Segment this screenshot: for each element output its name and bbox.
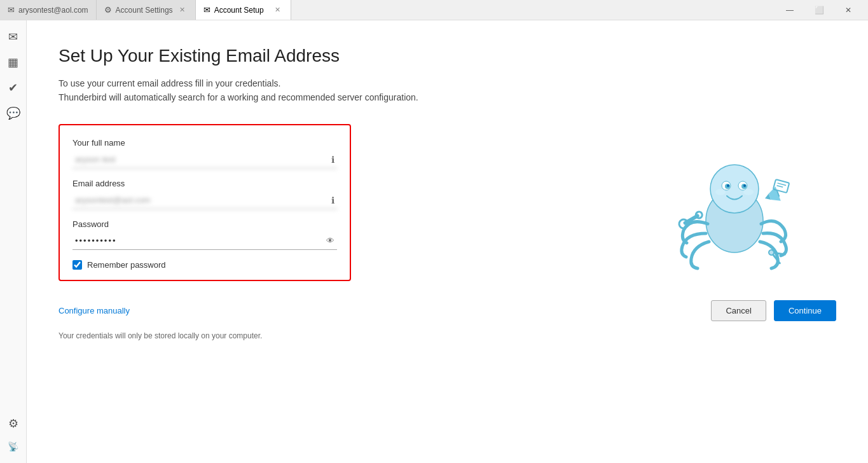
remember-password-checkbox[interactable] xyxy=(72,260,82,270)
app-body: ✉ ▦ ✔ 💬 ⚙ 📡 Set Up Your Existing Email A… xyxy=(0,20,868,463)
page-title: Set Up Your Existing Email Address xyxy=(59,46,836,66)
close-button[interactable]: ✕ xyxy=(834,0,863,20)
chat-icon: 💬 xyxy=(6,106,20,120)
svg-line-20 xyxy=(778,183,787,186)
form-box: Your full name ℹ Email address ℹ Passwor… xyxy=(59,124,351,281)
svg-point-1 xyxy=(710,165,759,213)
sidebar-item-chat[interactable]: 💬 xyxy=(2,102,25,125)
tab-strip: ✉ arysontest@aol.com ⚙ Account Settings … xyxy=(0,0,770,20)
sidebar-bottom: ⚙ 📡 xyxy=(2,412,25,458)
tab-account-settings-close[interactable]: ✕ xyxy=(177,4,188,15)
full-name-input-wrapper: ℹ xyxy=(72,151,337,169)
full-name-info-icon[interactable]: ℹ xyxy=(331,155,334,165)
tasks-icon: ✔ xyxy=(8,81,18,95)
mascot-area xyxy=(665,135,804,277)
sidebar-item-network[interactable]: 📡 xyxy=(2,435,25,458)
remember-password-label: Remember password xyxy=(87,260,166,270)
email-input[interactable] xyxy=(72,191,337,209)
full-name-input[interactable] xyxy=(72,151,337,169)
description: To use your current email address fill i… xyxy=(59,76,836,105)
sidebar: ✉ ▦ ✔ 💬 ⚙ 📡 xyxy=(0,20,27,463)
description-line2: Thunderbird will automatically search fo… xyxy=(59,90,836,104)
settings-icon: ⚙ xyxy=(8,417,18,431)
tab-account-setup-label: Account Setup xyxy=(214,6,264,15)
full-name-group: Your full name ℹ xyxy=(72,138,337,169)
settings-tab-icon: ⚙ xyxy=(104,5,112,15)
tab-email-label: arysontest@aol.com xyxy=(18,6,88,15)
tab-account-settings[interactable]: ⚙ Account Settings ✕ xyxy=(97,0,196,20)
sidebar-item-settings[interactable]: ⚙ xyxy=(2,412,25,435)
sidebar-item-tasks[interactable]: ✔ xyxy=(2,76,25,99)
tab-email[interactable]: ✉ arysontest@aol.com xyxy=(0,0,97,20)
password-input[interactable] xyxy=(72,232,337,250)
continue-button[interactable]: Continue xyxy=(774,300,836,321)
password-group: Password 👁 xyxy=(72,219,337,250)
setup-tab-icon: ✉ xyxy=(203,5,210,15)
email-label: Email address xyxy=(72,179,337,188)
email-input-wrapper: ℹ xyxy=(72,191,337,209)
svg-line-21 xyxy=(777,186,783,188)
configure-manually-link[interactable]: Configure manually xyxy=(59,306,130,315)
svg-point-8 xyxy=(715,189,726,195)
password-input-wrapper: 👁 xyxy=(72,232,337,250)
minimize-button[interactable]: — xyxy=(775,0,804,20)
maximize-button[interactable]: ⬜ xyxy=(804,0,834,20)
sidebar-item-mail[interactable]: ✉ xyxy=(2,25,25,48)
main-content: Set Up Your Existing Email Address To us… xyxy=(27,20,868,463)
actions-row: Configure manually Cancel Continue xyxy=(59,300,836,321)
full-name-label: Your full name xyxy=(72,138,337,148)
tab-account-setup[interactable]: ✉ Account Setup ✕ xyxy=(196,0,291,20)
svg-point-7 xyxy=(743,184,746,187)
mail-icon: ✉ xyxy=(8,30,18,44)
calendar-icon: ▦ xyxy=(8,55,18,69)
password-label: Password xyxy=(72,219,337,229)
cancel-button[interactable]: Cancel xyxy=(711,300,766,321)
tab-account-settings-label: Account Settings xyxy=(116,6,173,15)
titlebar: ✉ arysontest@aol.com ⚙ Account Settings … xyxy=(0,0,868,20)
thunderbird-mascot-svg xyxy=(665,135,804,275)
email-group: Email address ℹ xyxy=(72,179,337,209)
tab-account-setup-close[interactable]: ✕ xyxy=(272,4,283,15)
description-line1: To use your current email address fill i… xyxy=(59,76,836,90)
window-controls: — ⬜ ✕ xyxy=(770,0,868,20)
network-icon: 📡 xyxy=(8,441,18,452)
svg-point-6 xyxy=(727,184,729,187)
credentials-note: Your credentials will only be stored loc… xyxy=(59,331,836,340)
email-info-icon[interactable]: ℹ xyxy=(331,195,334,205)
password-toggle-icon[interactable]: 👁 xyxy=(326,236,334,245)
svg-point-9 xyxy=(743,189,754,195)
remember-row: Remember password xyxy=(72,260,337,270)
sidebar-item-calendar[interactable]: ▦ xyxy=(2,51,25,74)
mail-tab-icon: ✉ xyxy=(8,5,15,15)
